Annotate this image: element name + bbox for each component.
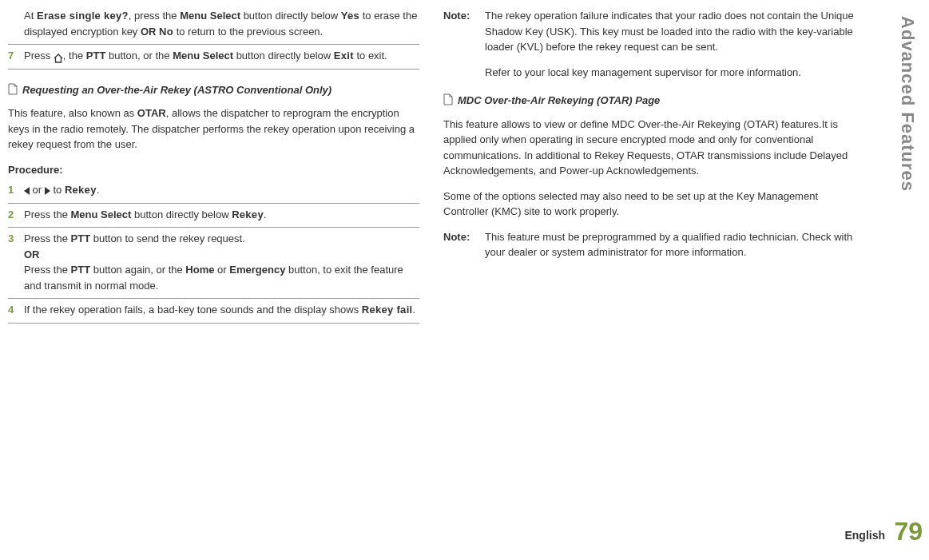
emergency-label: Emergency [229, 264, 285, 276]
step-1-body: or to Rekey. [24, 182, 419, 198]
text: , the [63, 50, 86, 62]
document-icon [443, 93, 453, 105]
language-label: English [844, 527, 885, 544]
note-1-p1: The rekey operation failure indicates th… [485, 8, 855, 55]
step-4-body: If the rekey operation fails, a bad-key … [24, 302, 419, 318]
menu-select-label: Menu Select [71, 209, 132, 220]
text: to [50, 184, 65, 196]
text: Press [24, 50, 54, 62]
step-number: 4 [8, 302, 24, 318]
ui-exit: Exit [334, 50, 354, 62]
step-4: 4 If the rekey operation fails, a bad-ke… [8, 302, 419, 324]
ui-no: No [159, 26, 173, 38]
ui-rekey: Rekey [65, 184, 97, 196]
arrow-left-icon [24, 187, 30, 195]
or-label: OR [24, 247, 419, 263]
text: button directly below [233, 50, 334, 62]
ptt-label: PTT [71, 264, 91, 276]
ptt-label: PTT [86, 50, 106, 62]
text: Press the [24, 209, 71, 220]
text: , press the [129, 10, 180, 22]
otar-bold: OTAR [137, 107, 166, 119]
note-1: Note: The rekey operation failure indica… [443, 8, 855, 80]
text: or [214, 264, 229, 276]
step-3-line2: Press the PTT button again, or the Home … [24, 262, 419, 293]
text: Press the [24, 264, 71, 276]
subheading-mdc-otar: MDC Over-the-Air Rekeying (OTAR) Page [443, 93, 855, 109]
subheading-text: MDC Over-the-Air Rekeying (OTAR) Page [458, 93, 660, 109]
text: button, or the [105, 50, 173, 62]
text: . [264, 209, 267, 220]
right-column: Note: The rekey operation failure indica… [443, 8, 855, 327]
left-column: At Erase single key?, press the Menu Sel… [8, 8, 419, 327]
page-number: 79 [894, 512, 923, 550]
text: button directly below [131, 209, 232, 220]
text: to return to the previous screen. [173, 26, 323, 38]
note-2-body: This feature must be preprogrammed by a … [485, 229, 855, 260]
paragraph-mdc-2: Some of the options selected may also ne… [443, 189, 855, 220]
step-2-body: Press the Menu Select button directly be… [24, 207, 419, 223]
note-1-body: The rekey operation failure indicates th… [485, 8, 855, 80]
document-icon [8, 83, 18, 95]
menu-select-label: Menu Select [180, 10, 240, 22]
ui-erase-key: Erase single key? [37, 10, 129, 22]
step-number: 1 [8, 182, 24, 198]
arrow-right-icon [45, 187, 50, 195]
text: . [97, 184, 100, 196]
text: . [412, 304, 415, 316]
step-7: 7 Press , the PTT button, or the Menu Se… [8, 48, 419, 70]
ui-rekey-fail: Rekey fail [362, 304, 413, 316]
note-1-p2: Refer to your local key management super… [485, 65, 855, 81]
intro-step: At Erase single key?, press the Menu Sel… [8, 8, 419, 45]
text: to exit. [354, 50, 387, 62]
or-label: OR [141, 26, 157, 38]
step-3-body: Press the PTT button to send the rekey r… [24, 231, 419, 293]
note-2: Note: This feature must be preprogrammed… [443, 229, 855, 260]
text: button again, or the [90, 264, 185, 276]
step-spacer [8, 8, 24, 39]
note-label: Note: [443, 229, 485, 260]
step-number: 7 [8, 48, 24, 64]
step-3: 3 Press the PTT button to send the rekey… [8, 231, 419, 299]
page-content: At Erase single key?, press the Menu Sel… [8, 8, 855, 327]
paragraph-otar-intro: This feature, also known as OTAR, allows… [8, 105, 419, 153]
step-number: 3 [8, 231, 24, 293]
paragraph-mdc-1: This feature allows to view or define MD… [443, 117, 855, 179]
spacer [485, 55, 855, 65]
step-1: 1 or to Rekey. [8, 182, 419, 204]
ui-rekey: Rekey [232, 209, 264, 220]
text: Press the [24, 232, 71, 244]
home-label: Home [185, 264, 214, 276]
text: button directly below [240, 10, 341, 22]
text: or [30, 184, 45, 196]
text: button to send the rekey request. [90, 232, 245, 244]
ptt-label: PTT [71, 232, 91, 244]
step-number: 2 [8, 207, 24, 223]
home-icon [54, 52, 63, 62]
text: This feature, also known as [8, 107, 137, 119]
step-2: 2 Press the Menu Select button directly … [8, 207, 419, 228]
step-7-body: Press , the PTT button, or the Menu Sele… [24, 48, 419, 64]
note-label: Note: [443, 8, 485, 80]
step-3-line1: Press the PTT button to send the rekey r… [24, 231, 419, 247]
sidebar-title: Advanced Features [895, 16, 921, 192]
ui-yes: Yes [341, 10, 359, 22]
procedure-label: Procedure: [8, 162, 419, 178]
text: At [24, 10, 37, 22]
text: If the rekey operation fails, a bad-key … [24, 304, 362, 316]
menu-select-label: Menu Select [173, 50, 233, 62]
subheading-otar-request: Requesting an Over-the-Air Rekey (ASTRO … [8, 82, 419, 98]
intro-step-body: At Erase single key?, press the Menu Sel… [24, 8, 419, 39]
subheading-text: Requesting an Over-the-Air Rekey (ASTRO … [22, 82, 332, 98]
